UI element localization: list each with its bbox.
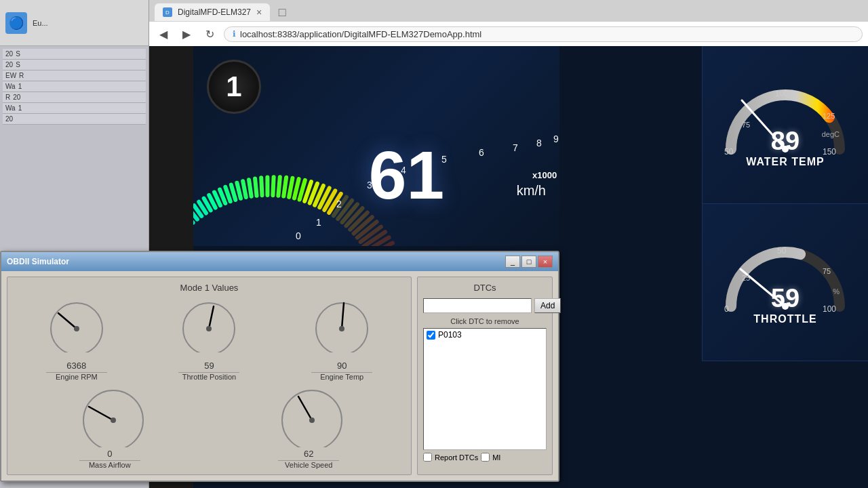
report-dtcs-checkbox[interactable]	[423, 453, 432, 462]
speed-unit: km/h	[517, 183, 546, 199]
new-tab-button[interactable]: □	[273, 3, 292, 21]
svg-text:0: 0	[724, 304, 729, 313]
svg-line-27	[273, 177, 273, 195]
svg-text:100: 100	[775, 89, 789, 98]
secure-icon: ℹ	[233, 29, 236, 39]
gauges-grid: 6368 Engine RPM 59	[13, 298, 406, 381]
throttle-gauge-area: 0 50 100 25 75 59 %	[717, 239, 853, 313]
water-temp-title: WATER TEMP	[746, 156, 824, 168]
sidebar-item: 20S	[3, 60, 146, 70]
engine-rpm-circle	[46, 298, 107, 359]
sidebar-item: Wa1	[3, 103, 146, 114]
engine-temp-svg	[311, 298, 372, 352]
sidebar-item: Wa1	[3, 81, 146, 92]
mass-airflow-svg	[79, 386, 147, 447]
svg-text:1: 1	[316, 217, 321, 228]
svg-line-19	[225, 187, 230, 201]
dtc-item[interactable]: P0103	[424, 329, 546, 341]
svg-text:9: 9	[553, 134, 559, 144]
svg-text:100: 100	[823, 304, 836, 313]
mil-checkbox[interactable]	[481, 453, 490, 462]
minimize-button[interactable]: _	[505, 256, 520, 268]
water-temp-unit: degC	[822, 130, 840, 138]
tab-close-button[interactable]: ×	[256, 7, 262, 18]
engine-temp-gauge: 90 Engine Temp	[278, 298, 406, 381]
dtc-panel: DTCs Add Click DTC to remove P0103 Repor…	[417, 277, 553, 475]
engine-rpm-label: Engine RPM	[56, 373, 98, 381]
svg-line-30	[289, 178, 292, 197]
dtc-code: P0103	[438, 330, 462, 340]
browser-tab[interactable]: D DigitalMFD-ELM327 ×	[155, 3, 270, 21]
dtc-remove-hint: Click DTC to remove	[423, 317, 547, 325]
sim-titlebar: OBDII Simulator _ □ ×	[1, 252, 558, 271]
svg-text:7: 7	[513, 142, 518, 153]
maximize-button[interactable]: □	[521, 256, 536, 268]
throttle-pos-gauge: 59 Throttle Position	[146, 298, 273, 381]
mode1-title: Mode 1 Values	[13, 283, 406, 293]
throttle-pos-value: 59	[178, 361, 239, 373]
close-button[interactable]: ×	[538, 256, 553, 268]
engine-rpm-value: 6368	[46, 361, 107, 373]
svg-text:6: 6	[479, 147, 484, 158]
dtc-input-row: Add	[423, 298, 547, 313]
svg-text:2: 2	[336, 199, 342, 209]
rpm-badge: 1	[207, 60, 261, 114]
svg-text:25: 25	[742, 274, 750, 282]
throttle-value: 59	[771, 284, 800, 313]
svg-line-25	[261, 178, 262, 195]
svg-line-90	[89, 407, 113, 420]
report-dtcs-label: Report DTCs	[435, 453, 478, 462]
svg-line-87	[342, 303, 344, 329]
svg-text:0: 0	[296, 230, 301, 241]
forward-button[interactable]: ▶	[178, 25, 195, 43]
tab-favicon: D	[163, 7, 172, 17]
mil-label: MI	[492, 453, 500, 462]
dtc-list: P0103	[423, 328, 547, 450]
svg-point-82	[74, 326, 79, 331]
vehicle-speed-gauge: 62 Vehicle Speed	[278, 386, 339, 469]
svg-text:150: 150	[823, 147, 836, 156]
svg-point-88	[339, 326, 344, 331]
svg-text:50: 50	[724, 147, 734, 156]
back-button[interactable]: ◀	[155, 25, 172, 43]
engine-rpm-gauge: 6368 Engine RPM	[13, 298, 140, 381]
sidebar-item: 20S	[3, 49, 146, 60]
svg-point-91	[111, 418, 116, 423]
svg-line-84	[209, 306, 214, 329]
vehicle-speed-circle	[278, 386, 339, 447]
sim-window: OBDII Simulator _ □ × Mode 1 Values	[0, 251, 559, 482]
vehicle-speed-value: 62	[278, 449, 339, 461]
vehicle-speed-svg	[278, 386, 346, 447]
sidebar-content: 20S 20S EWR Wa1 R20 Wa1 20	[0, 46, 149, 127]
url-text: localhost:8383/application/DigitalMFD-EL…	[240, 29, 481, 39]
svg-text:x1000 rpm: x1000 rpm	[532, 170, 559, 180]
browser-icon: 🔵	[5, 12, 27, 34]
svg-line-28	[278, 177, 279, 195]
svg-line-23	[249, 180, 252, 197]
svg-line-31	[294, 179, 299, 198]
sim-body: Mode 1 Values 6368 Eng	[1, 271, 558, 481]
svg-line-20	[231, 185, 235, 200]
dtc-input-field[interactable]	[423, 298, 532, 313]
sidebar-item: R20	[3, 92, 146, 103]
svg-line-81	[58, 313, 77, 329]
rpm-section: 1 0	[193, 46, 559, 246]
sidebar-top: 🔵 Eu...	[0, 0, 149, 46]
svg-text:125: 125	[823, 112, 835, 120]
url-bar[interactable]: ℹ localhost:8383/application/DigitalMFD-…	[224, 26, 863, 42]
engine-rpm-svg	[46, 298, 107, 352]
vehicle-speed-label: Vehicle Speed	[285, 461, 332, 469]
window-controls: _ □ ×	[505, 256, 553, 268]
refresh-button[interactable]: ↻	[201, 25, 218, 43]
tab-bar: D DigitalMFD-ELM327 × □	[149, 0, 868, 22]
dtc-checkbox[interactable]	[427, 331, 435, 340]
svg-line-21	[237, 183, 241, 199]
water-temp-panel: 50 100 150 75 125 89 degC WATER TEMP	[702, 46, 868, 204]
svg-point-85	[206, 326, 212, 331]
throttle-panel: 0 50 100 25 75 59 % THROTTLE	[702, 204, 868, 362]
dtc-add-button[interactable]: Add	[534, 298, 561, 313]
throttle-pos-svg	[178, 298, 239, 352]
svg-text:75: 75	[823, 267, 831, 275]
svg-line-93	[298, 396, 312, 420]
browser-chrome: D DigitalMFD-ELM327 × □ ◀ ▶ ↻ ℹ localhos…	[149, 0, 868, 46]
